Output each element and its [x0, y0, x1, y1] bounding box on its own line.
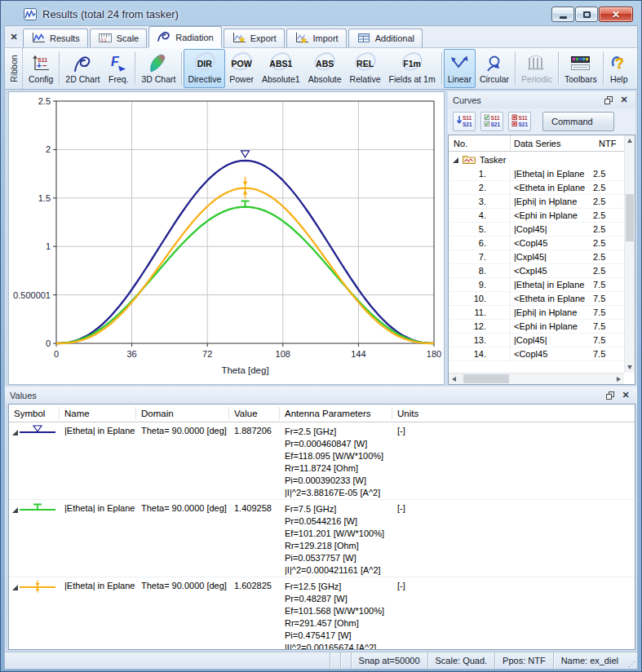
curves-row[interactable]: 6.<Copl452.5 [449, 237, 624, 250]
minimize-button[interactable] [551, 7, 574, 22]
parameter-line: Rr=291.457 [Ohm] [285, 617, 391, 630]
expander-icon[interactable] [453, 157, 458, 163]
main-area: 0367210814418000.50000111.522.5Theta [de… [4, 90, 638, 387]
value-cell: 1.887206 [229, 425, 280, 435]
down-arrow-icon [627, 365, 632, 369]
ghost-loop-icon: DIR [197, 59, 212, 69]
toolbar-button-linear[interactable]: Linear [444, 49, 476, 88]
tree-group-tasker[interactable]: Tasker [449, 153, 624, 167]
toolbar-button-help[interactable]: ?Help [605, 49, 633, 88]
curves-row[interactable]: 10.<Etheta in Eplane7.5 [449, 292, 624, 306]
column-header-symbol[interactable]: Symbol [9, 407, 60, 419]
curves-row[interactable]: 8.<Cxpl452.5 [449, 264, 624, 278]
toolbar-button-periodic[interactable]: Periodic [517, 49, 556, 88]
values-row[interactable]: |Etheta| in EplaneTheta= 90.0000 [deg]1.… [9, 499, 635, 577]
values-row[interactable]: |Etheta| in EplaneTheta= 90.0000 [deg]1.… [9, 422, 635, 499]
curves-row[interactable]: 2.<Etheta in Eplane2.5 [449, 181, 624, 195]
status-bar: Snap at=50000Scale: Quad.Ppos: NTFName: … [4, 652, 638, 670]
scroll-left-button[interactable] [449, 374, 459, 384]
label-icon-pow: POW [232, 52, 252, 74]
column-header-no[interactable]: No. [449, 135, 511, 151]
command-dropdown-button[interactable]: Command [542, 112, 614, 131]
name-cell: |Etheta| in Eplane [60, 580, 136, 590]
toolbar-button-toolbars[interactable]: Toolbars [560, 49, 601, 88]
tab-import[interactable]: Import [286, 29, 347, 47]
column-header-antenna-parameters[interactable]: Antenna Parameters [280, 407, 392, 419]
curves-row[interactable]: 7.|Cxpl45|2.5 [449, 250, 624, 264]
scroll-down-button[interactable] [625, 362, 635, 373]
scrollbar-thumb[interactable] [463, 374, 509, 383]
row-ntf: 2.5 [591, 266, 624, 276]
row-number: 9. [449, 280, 486, 290]
toolbar-button-label: Freq. [108, 74, 129, 85]
curves-row[interactable]: 13.|Copl45|7.5 [449, 334, 624, 347]
toolbar-button-3d-chart[interactable]: 3D Chart [137, 49, 179, 88]
scroll-right-button[interactable] [613, 374, 624, 384]
svg-text:?: ? [615, 55, 624, 72]
tab-scale[interactable]: 0.1Scale [90, 29, 148, 47]
close-panel-button[interactable]: ✕ [619, 390, 632, 401]
toolbar-button-label: 3D Chart [141, 74, 175, 85]
toolbar-button-config[interactable]: S11+−Config [24, 49, 57, 88]
symbol-cell [9, 502, 60, 517]
maximize-button[interactable] [575, 7, 598, 22]
curves-row[interactable]: 14.<Copl457.5 [449, 347, 624, 361]
ribbon-dock-handle[interactable]: Ribbon [5, 48, 23, 89]
name-cell: |Etheta| in Eplane [60, 425, 136, 435]
curves-row[interactable]: 12.<Ephi in Hplane7.5 [449, 320, 624, 334]
units-cell: [-] [392, 580, 635, 590]
toolbar-button-power[interactable]: POWPower [225, 49, 258, 88]
tab-export[interactable]: Export [224, 29, 285, 47]
values-row[interactable]: |Etheta| in EplaneTheta= 90.0000 [deg]1.… [9, 577, 635, 650]
toolbar-button-freq-[interactable]: FFreq. [104, 49, 133, 88]
toolbar-button-label: Toolbars [565, 74, 597, 85]
close-button[interactable]: ✕ [599, 7, 633, 22]
row-ntf: 7.5 [591, 280, 624, 290]
tasker-icon [462, 153, 476, 166]
toolbar-button-circular[interactable]: Circular [476, 49, 513, 88]
curves-toolbar-button[interactable]: S11S21 [453, 112, 476, 131]
ribbon-close-button[interactable]: ✕ [5, 28, 23, 46]
curves-toolbar-button[interactable]: S11S21 [508, 112, 531, 131]
column-header-units[interactable]: Units [392, 407, 635, 419]
curves-row[interactable]: 1.|Etheta| in Eplane2.5 [449, 167, 624, 181]
expander-icon[interactable] [12, 430, 18, 435]
row-data-series: |Ephi| in Hplane [511, 307, 591, 317]
curves-row[interactable]: 3.|Ephi| in Hplane2.5 [449, 195, 624, 209]
toolbar-button-fields-at-1m[interactable]: F1mFields at 1m [385, 49, 440, 88]
curves-row[interactable]: 4.<Ephi in Hplane2.5 [449, 209, 624, 223]
curves-toolbar-button[interactable]: S11S21 [480, 112, 503, 131]
row-data-series: |Copl45| [511, 335, 591, 345]
config-s11-icon: S11+− [30, 52, 51, 74]
curves-row[interactable]: 5.|Copl45|2.5 [449, 223, 624, 237]
column-header-name[interactable]: Name [60, 407, 136, 419]
toolbar-button-directive[interactable]: DIRDirective [184, 49, 225, 88]
tab-radiation[interactable]: Radiation [148, 26, 221, 47]
tab-additional[interactable]: Additional [348, 29, 423, 47]
expander-icon[interactable] [12, 507, 18, 513]
beam-3d-icon [148, 52, 169, 74]
antenna-parameters-cell: Fr=12.5 [GHz]Pr=0.48287 [W]Ef=101.568 [W… [280, 580, 392, 650]
scroll-up-button[interactable] [625, 135, 635, 146]
curves-row[interactable]: 9.|Etheta| in Eplane7.5 [449, 278, 624, 292]
tab-results[interactable]: Results [23, 29, 88, 47]
toolbar-button-2d-chart[interactable]: 2D Chart [61, 49, 104, 88]
toolbar-button-absolute[interactable]: ABSAbsolute [304, 49, 346, 88]
vertical-scrollbar[interactable] [624, 135, 635, 373]
curves-row[interactable]: 11.|Ephi| in Hplane7.5 [449, 306, 624, 320]
radiation-pattern-chart[interactable]: 0367210814418000.50000111.522.5Theta [de… [9, 92, 444, 384]
resize-grip[interactable]: ⋰ [626, 652, 637, 669]
float-panel-button[interactable] [604, 390, 617, 401]
scrollbar-thumb[interactable] [626, 194, 634, 241]
toolbar-button-relative[interactable]: RELRelative [346, 49, 385, 88]
column-header-domain[interactable]: Domain [136, 407, 229, 419]
close-panel-button[interactable]: ✕ [618, 95, 631, 106]
parameter-line: Rr=11.8724 [Ohm] [285, 462, 391, 475]
row-data-series: |Cxpl45| [511, 252, 591, 262]
float-panel-icon[interactable] [602, 95, 615, 106]
column-header-data-series[interactable]: Data Series [511, 139, 599, 148]
expander-icon[interactable] [12, 585, 18, 590]
column-header-value[interactable]: Value [229, 407, 280, 419]
toolbar-button-absolute1[interactable]: ABS1Absolute1 [258, 49, 304, 88]
horizontal-scrollbar[interactable] [449, 373, 624, 384]
